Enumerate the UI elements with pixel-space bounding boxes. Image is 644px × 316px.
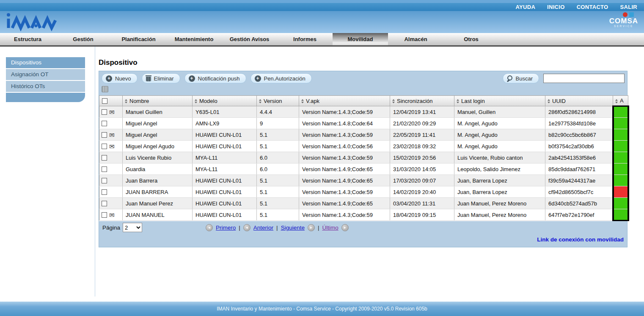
- first-page-link[interactable]: Primero: [216, 225, 236, 231]
- page-select[interactable]: 2: [123, 223, 142, 232]
- top-link-ayuda[interactable]: AYUDA: [516, 4, 536, 10]
- cell-last-login: Luis Vicente, Rubio canton: [454, 152, 545, 164]
- columns-icon[interactable]: [102, 86, 108, 92]
- row-checkbox[interactable]: [102, 178, 107, 183]
- row-checkbox[interactable]: [102, 212, 107, 218]
- movilidad-link-row: Link de conexión con movilidad: [99, 234, 627, 247]
- prev-page-icon[interactable]: ◄: [243, 224, 250, 231]
- envelope-icon[interactable]: ✉: [109, 109, 115, 115]
- sort-icon: [125, 99, 127, 103]
- cell-select: [99, 152, 123, 164]
- row-checkbox[interactable]: [102, 121, 107, 126]
- first-page-icon[interactable]: ◄: [206, 224, 213, 231]
- cell-last-login: M. Angel, Agudo: [454, 118, 545, 129]
- toolbar-button-pen-autorizacion[interactable]: +Pen.Autorización: [250, 73, 312, 83]
- buscar-label: Buscar: [516, 75, 533, 82]
- column-header-label: Modelo: [199, 98, 217, 104]
- envelope-icon[interactable]: ✉: [109, 212, 115, 218]
- plus-circle-icon: +: [106, 75, 112, 82]
- row-checkbox[interactable]: [102, 201, 107, 206]
- cell-sincronizacion: 14/02/2019 20:40: [390, 186, 454, 198]
- cell-nombre: Luis Vicente Rubio: [123, 152, 193, 164]
- next-page-icon[interactable]: ►: [308, 224, 315, 231]
- footer: IMAN Inventario y Mantenimiento - Comsa …: [0, 302, 644, 316]
- toolbar-button-label: Nuevo: [115, 75, 131, 82]
- search-input[interactable]: [543, 74, 625, 83]
- column-header-a[interactable]: A: [613, 96, 628, 106]
- cell-select: [99, 186, 123, 198]
- top-link-contacto[interactable]: CONTACTO: [577, 4, 608, 10]
- cell-version: 9: [257, 118, 299, 129]
- last-page-link[interactable]: Último: [322, 225, 338, 231]
- cell-version: 4.4.4: [257, 106, 299, 118]
- next-page-link[interactable]: Siguiente: [281, 225, 305, 231]
- comsa-subtitle: SERVICE: [609, 25, 638, 28]
- cell-vapk: Version Name:1.4.9;Code:65: [299, 164, 390, 175]
- cell-version: 5.1: [257, 209, 299, 221]
- toolbar-button-notificacion-push[interactable]: +Notificación push: [184, 73, 246, 83]
- toolbar: +NuevoEliminar+Notificación push+Pen.Aut…: [99, 71, 627, 85]
- row-checkbox[interactable]: [102, 109, 107, 115]
- cell-select: [99, 198, 123, 209]
- table-row: ✉JUAN MANUELHUAWEI CUN-L015.1Version Nam…: [99, 209, 628, 221]
- separator: |: [318, 225, 319, 231]
- menu-item-gestion[interactable]: Gestión: [55, 33, 111, 45]
- cell-nombre: Manuel Guillen: [123, 106, 193, 118]
- toolbar-button-eliminar[interactable]: Eliminar: [142, 73, 180, 83]
- menu-item-almacen[interactable]: Almacén: [388, 33, 443, 45]
- sidebar-item-dispositivos[interactable]: Dispositivos: [6, 57, 85, 68]
- column-header-last-login[interactable]: Last login: [454, 96, 545, 106]
- sidebar-item-historico-ots[interactable]: Histórico OTs: [6, 81, 85, 92]
- device-panel: +NuevoEliminar+Notificación push+Pen.Aut…: [99, 71, 627, 247]
- column-header-nombre[interactable]: Nombre: [123, 96, 193, 106]
- last-page-icon[interactable]: ►: [341, 224, 349, 231]
- row-checkbox[interactable]: [102, 155, 107, 161]
- menu-item-movilidad[interactable]: Movilidad: [333, 33, 388, 45]
- menu-item-informes[interactable]: Informes: [277, 33, 333, 45]
- column-header-label: Version: [264, 98, 282, 104]
- envelope-icon[interactable]: ✉: [109, 144, 115, 149]
- buscar-button[interactable]: Buscar: [503, 73, 539, 83]
- cell-sincronizacion: 22/05/2019 11:41: [390, 129, 454, 141]
- table-row: GuardiaMYA-L116.0Version Name:1.4.9;Code…: [99, 164, 628, 175]
- prev-page-link[interactable]: Anterior: [253, 225, 273, 231]
- column-header-modelo[interactable]: Modelo: [193, 96, 257, 106]
- top-link-salir[interactable]: SALIR: [620, 4, 638, 10]
- select-all-checkbox[interactable]: [102, 98, 107, 104]
- separator: |: [239, 225, 240, 231]
- status-cell: [613, 106, 628, 118]
- trash-icon: [146, 75, 151, 82]
- sidebar-item-asignacion-ot[interactable]: Asignación OT: [6, 69, 85, 80]
- search-icon: [507, 75, 513, 81]
- row-checkbox[interactable]: [102, 189, 107, 195]
- cell-last-login: M. Angel, Agudo: [454, 129, 545, 141]
- toolbar-button-label: Eliminar: [154, 75, 174, 82]
- cell-nombre: Miguel Angel: [123, 118, 193, 129]
- menu-item-estructura[interactable]: Estructura: [0, 33, 55, 45]
- sidebar-menu: DispositivosAsignación OTHistórico OTs: [6, 57, 85, 102]
- toolbar-button-nuevo[interactable]: +Nuevo: [102, 73, 138, 83]
- top-link-inicio[interactable]: INICIO: [547, 4, 565, 10]
- menu-item-otros[interactable]: Otros: [443, 33, 499, 45]
- row-checkbox[interactable]: [102, 144, 107, 149]
- row-checkbox[interactable]: [102, 132, 107, 138]
- column-header-uuid[interactable]: UUID: [545, 96, 613, 106]
- menu-item-mantenimiento[interactable]: Mantenimiento: [166, 33, 222, 45]
- column-header-label: Sincronización: [397, 98, 433, 104]
- plus-circle-icon: +: [189, 75, 195, 82]
- envelope-icon[interactable]: ✉: [109, 132, 115, 138]
- row-checkbox[interactable]: [102, 166, 107, 172]
- movilidad-link[interactable]: Link de conexión con movilidad: [537, 236, 624, 243]
- menu-item-gestion-avisos[interactable]: Gestión Avisos: [222, 33, 277, 45]
- cell-version: 6.0: [257, 164, 299, 175]
- column-header-sincronizacion[interactable]: Sincronización: [390, 96, 454, 106]
- cell-uuid: 85dc9ddaaf762671: [545, 164, 613, 175]
- pagination-bar: Página 2 ◄ Primero | ◄ Anterior | Siguie…: [99, 221, 627, 234]
- column-header-v-apk[interactable]: V.apk: [299, 96, 390, 106]
- menu-item-planificacion[interactable]: Planificación: [111, 33, 166, 45]
- comsa-square-icon: [629, 12, 634, 17]
- cell-vapk: Version Name:1.4.8;Code:64: [299, 118, 390, 129]
- cell-modelo: HUAWEI CUN-L01: [193, 186, 257, 198]
- column-header-version[interactable]: Version: [257, 96, 299, 106]
- sort-icon: [259, 99, 261, 103]
